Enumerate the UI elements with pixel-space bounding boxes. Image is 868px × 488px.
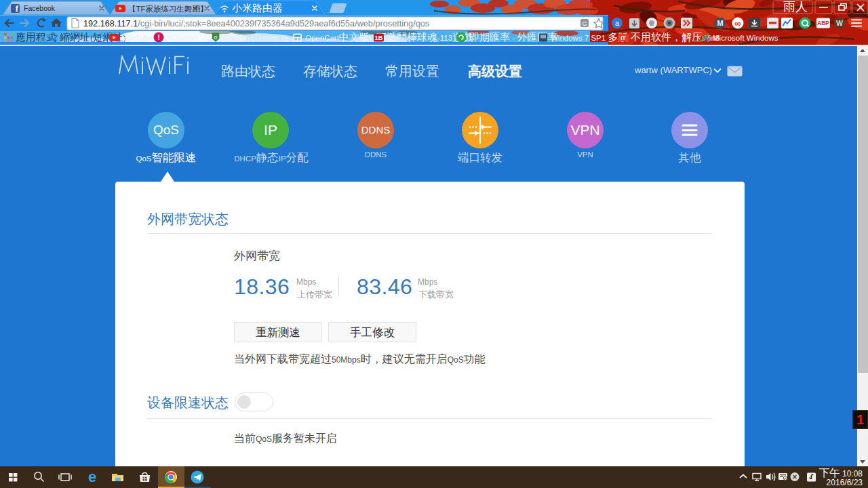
svg-text:ABP: ABP <box>817 20 829 26</box>
svg-text:f: f <box>16 3 19 14</box>
svg-text:Windows 7 SP1 多版: Windows 7 SP1 多版 <box>551 31 628 43</box>
svg-text:192.168.117.1/cgi-bin/luci/;st: 192.168.117.1/cgi-bin/luci/;stok=8eea400… <box>83 19 429 28</box>
svg-text:eZ: eZ <box>49 34 58 42</box>
svg-text:小米路由器: 小米路由器 <box>231 2 283 14</box>
svg-text:e: e <box>88 468 96 485</box>
svg-text:Microsoft Windows: Microsoft Windows <box>713 34 778 42</box>
svg-text:YouTube: YouTube <box>122 34 153 42</box>
svg-text:G: G <box>582 20 587 27</box>
svg-text:下午 10:08: 下午 10:08 <box>819 467 863 479</box>
svg-text:雨人: 雨人 <box>783 0 808 14</box>
svg-text:!: ! <box>157 33 160 41</box>
svg-text:M: M <box>717 19 723 27</box>
svg-text:∞: ∞ <box>734 18 741 28</box>
svg-text:0: 0 <box>214 35 218 41</box>
svg-text:2016/6/23: 2016/6/23 <box>827 478 863 487</box>
svg-text:IT: IT <box>620 35 626 41</box>
svg-text:Facebook: Facebook <box>24 4 56 12</box>
svg-text:a: a <box>615 19 620 27</box>
svg-text:W: W <box>836 19 843 27</box>
svg-text:Responsive Te: Responsive Te <box>237 34 288 42</box>
svg-text:1B: 1B <box>374 34 382 41</box>
svg-text:PChome: PChome <box>166 34 197 42</box>
